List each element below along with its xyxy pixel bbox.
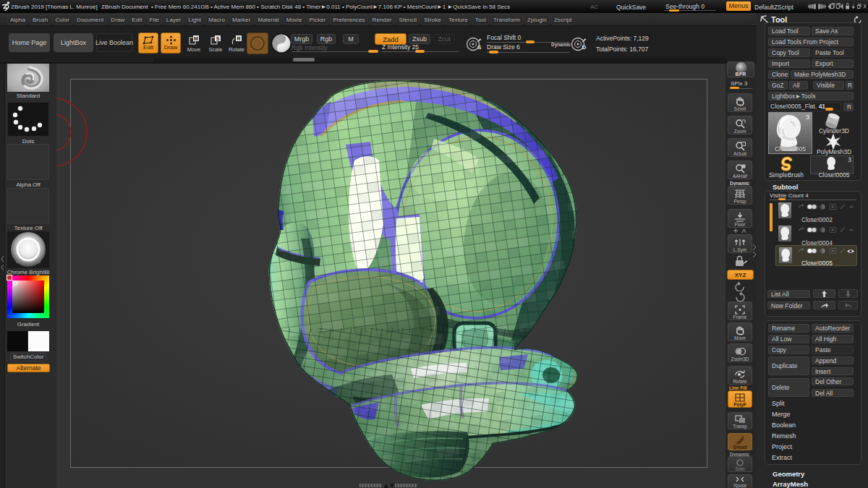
svg-text:R: R xyxy=(237,36,240,41)
svg-text:S: S xyxy=(216,36,220,41)
svg-text:M: M xyxy=(194,36,198,41)
svg-text:S: S xyxy=(477,44,482,51)
svg-text:D: D xyxy=(582,44,587,51)
